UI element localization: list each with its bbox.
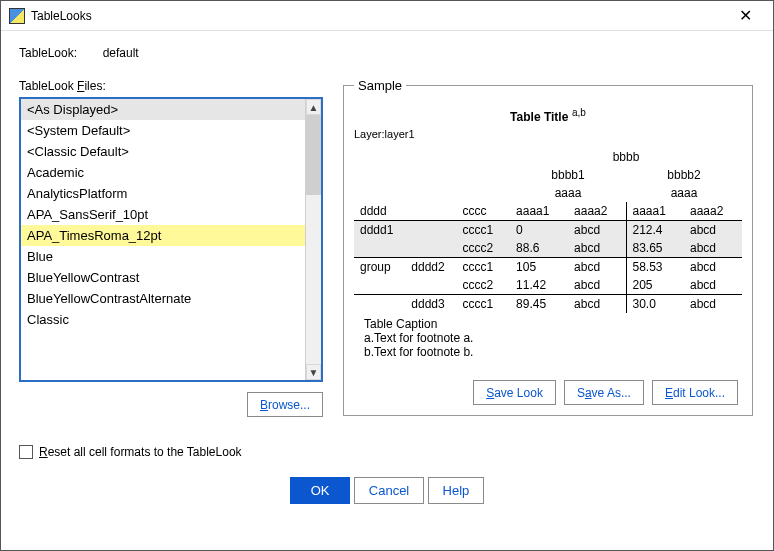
current-tablelook-value: default [103, 46, 139, 60]
sample-layer: Layer:layer1 [354, 128, 742, 140]
list-item[interactable]: APA_TimesRoma_12pt [21, 225, 305, 246]
save-look-button[interactable]: Save Look [473, 380, 556, 405]
dialog-tablelooks: TableLooks ✕ TableLook: default TableLoo… [0, 0, 774, 551]
list-item[interactable]: <As Displayed> [21, 99, 305, 120]
list-item[interactable]: Academic [21, 162, 305, 183]
sample-table: bbbb bbbb1 bbbb2 aaaa aaaa [354, 148, 742, 313]
window-title: TableLooks [31, 9, 725, 23]
scroll-up-icon[interactable]: ▲ [306, 99, 321, 115]
sample-legend: Sample [354, 78, 406, 93]
table-row: dddd1cccc10abcd212.4abcd [354, 221, 742, 240]
dialog-footer: OK Cancel Help [19, 477, 755, 504]
table-row: cccc288.6abcd83.65abcd [354, 239, 742, 258]
current-tablelook-label: TableLook: [19, 46, 99, 60]
list-item[interactable]: BlueYellowContrastAlternate [21, 288, 305, 309]
scrollbar[interactable]: ▲ ▼ [305, 99, 321, 380]
list-item[interactable]: Classic [21, 309, 305, 330]
edit-look-button[interactable]: Edit Look... [652, 380, 738, 405]
help-button[interactable]: Help [428, 477, 485, 504]
sample-groupbox: Sample Table Title a,b Layer:layer1 [343, 78, 753, 416]
sample-table-title: Table Title a,b [354, 107, 742, 124]
list-item[interactable]: AnalyticsPlatform [21, 183, 305, 204]
scroll-thumb[interactable] [306, 115, 321, 195]
close-button[interactable]: ✕ [725, 6, 765, 25]
list-item[interactable]: <Classic Default> [21, 141, 305, 162]
current-tablelook: TableLook: default [19, 45, 755, 60]
list-item[interactable]: APA_SansSerif_10pt [21, 204, 305, 225]
list-item[interactable]: <System Default> [21, 120, 305, 141]
table-row: groupdddd2cccc1105abcd58.53abcd [354, 258, 742, 277]
reset-label: Reset all cell formats to the TableLook [39, 445, 242, 459]
ok-button[interactable]: OK [290, 477, 351, 504]
files-label: TableLook Files: [19, 78, 323, 93]
reset-checkbox[interactable] [19, 445, 33, 459]
table-row: dddd3cccc189.45abcd30.0abcd [354, 295, 742, 314]
browse-button[interactable]: Browse... [247, 392, 323, 417]
sample-footnote-a: a.Text for footnote a. [364, 331, 742, 345]
sample-caption: Table Caption [364, 317, 742, 331]
app-icon [9, 8, 25, 24]
list-item[interactable]: BlueYellowContrast [21, 267, 305, 288]
scroll-down-icon[interactable]: ▼ [306, 364, 321, 380]
table-row: cccc211.42abcd205abcd [354, 276, 742, 295]
cancel-button[interactable]: Cancel [354, 477, 424, 504]
save-as-button[interactable]: Save As... [564, 380, 644, 405]
tablelook-files-listbox[interactable]: <As Displayed><System Default><Classic D… [19, 97, 323, 382]
sample-footnote-b: b.Text for footnote b. [364, 345, 742, 359]
titlebar: TableLooks ✕ [1, 1, 773, 31]
sample-caption-area: Table Caption a.Text for footnote a. b.T… [354, 317, 742, 359]
list-item[interactable]: Blue [21, 246, 305, 267]
